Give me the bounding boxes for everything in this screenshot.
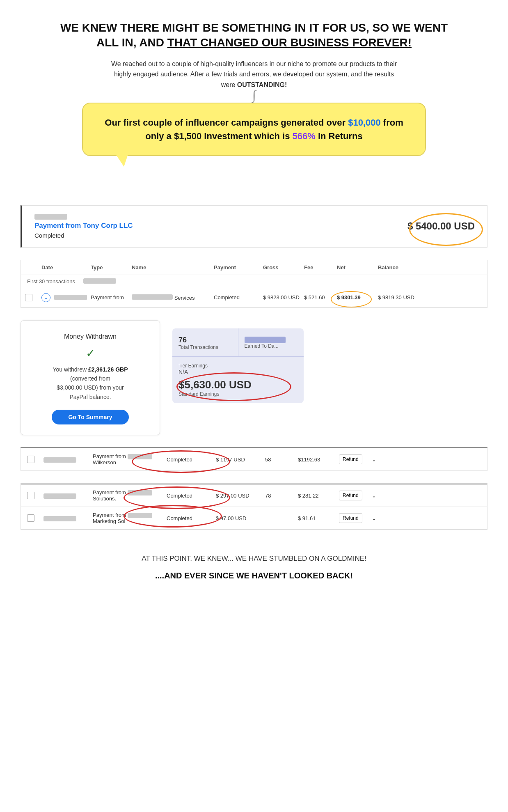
refund-2: Refund	[339, 491, 372, 500]
col-type: Type	[91, 264, 132, 271]
row-gross: $ 9823.00 USD	[263, 294, 304, 300]
standard-earnings-value: $5,630.00 USD	[178, 378, 297, 391]
row-date: ⌄	[41, 293, 91, 302]
table-row: ⌄ Payment from Services Completed $ 9823…	[21, 288, 487, 307]
refund-button-1[interactable]: Refund	[339, 454, 362, 464]
net-2: $ 281.22	[298, 493, 339, 499]
type-3: Payment from Marketing Sol	[93, 512, 167, 524]
row-status: Completed	[214, 294, 263, 300]
amount-1: $ 1197 USD	[216, 456, 265, 463]
footer-text-2: ....AND EVER SINCE WE HAVEN'T LOOKED BAC…	[49, 571, 459, 580]
net-1: $1192.63	[298, 456, 339, 463]
chevron-down-2[interactable]: ⌄	[372, 493, 384, 499]
status-1: Completed	[167, 456, 216, 463]
total-transactions-value: 76	[178, 336, 232, 344]
payment-row-wilkerson: Payment from Wilkerson Completed $ 1197 …	[21, 448, 487, 471]
refund-button-3[interactable]: Refund	[339, 513, 362, 523]
row-name: Services	[132, 294, 214, 301]
payment-row-marketing: Payment from Marketing Sol Completed $ 9…	[21, 507, 487, 530]
standard-earnings-label: Standard Earnings	[178, 391, 297, 397]
paypal-withdrawal-box: Money Withdrawn ✓ You withdrew £2,361.26…	[21, 320, 160, 436]
payment-screenshot-1: Payment from Tony Corp LLC Completed $ 5…	[21, 205, 487, 248]
blurred-subheader	[83, 278, 116, 284]
date-blurred-2	[43, 493, 76, 499]
earned-value	[245, 337, 286, 343]
chevron-down-3[interactable]: ⌄	[372, 515, 384, 521]
type-2: Payment from Solutions.	[93, 489, 167, 502]
col-name: Name	[132, 264, 214, 271]
footer-text-1: AT THIS POINT, WE KNEW... WE HAVE STUMBL…	[49, 555, 459, 563]
row-fee: $ 521.60	[304, 294, 337, 300]
speech-bubble: ∫ Our first couple of influencer campaig…	[82, 103, 426, 156]
refund-3: Refund	[339, 513, 372, 523]
go-to-summary-button[interactable]: Go To Summary	[52, 410, 128, 424]
row-type: Payment from	[91, 294, 132, 300]
date-blurred-cell	[54, 295, 87, 300]
payment-row-section-1: Payment from Wilkerson Completed $ 1197 …	[21, 447, 487, 471]
first-30-label: First 30 transactions	[27, 278, 75, 284]
date-blurred-3	[43, 516, 76, 521]
stats-top-row: 76 Total Transactions Earned To Da...	[172, 328, 304, 357]
col-net: Net	[337, 264, 378, 271]
refund-button-2[interactable]: Refund	[339, 491, 362, 500]
earned-box: Earned To Da...	[238, 328, 304, 357]
row-net: $ 9301.39	[337, 294, 378, 300]
date-blurred	[34, 214, 67, 220]
amount-3: $ 97.00 USD	[216, 515, 265, 521]
tier-value: N/A	[178, 369, 297, 375]
net-3: $ 91.61	[298, 515, 339, 521]
col-payment: Payment	[214, 264, 263, 271]
transactions-table: Date Type Name Payment Gross Fee Net Bal…	[21, 260, 487, 308]
payment-amount: $ 5400.00 USD	[407, 220, 475, 232]
payment-status: Completed	[34, 232, 133, 239]
col-balance: Balance	[378, 264, 419, 271]
checkmark-icon: ✓	[33, 346, 147, 360]
col-fee: Fee	[304, 264, 337, 271]
col-78-2: 78	[265, 493, 298, 499]
refund-1: Refund	[339, 454, 372, 464]
chevron-down-1[interactable]: ⌄	[372, 456, 384, 463]
total-transactions-label: Total Transactions	[178, 344, 232, 350]
type-1: Payment from Wilkerson	[93, 453, 167, 466]
col-58: 58	[265, 456, 298, 463]
amount-2: $ 297.00 USD	[216, 493, 265, 499]
row-checkbox[interactable]	[25, 294, 41, 301]
col-gross: Gross	[263, 264, 304, 271]
earnings-row: Tier Earnings N/A $5,630.00 USD Standard…	[172, 357, 304, 403]
affiliate-stats-box: 76 Total Transactions Earned To Da... Ti…	[172, 328, 304, 403]
payment-from-label: Payment from Tony Corp LLC	[34, 222, 133, 230]
proof-row: Money Withdrawn ✓ You withdrew £2,361.26…	[21, 320, 487, 436]
speech-bubble-container: ∫ Our first couple of influencer campaig…	[82, 103, 426, 156]
date-blurred-1	[43, 457, 76, 463]
withdrawal-body: You withdrew £2,361.26 GBP (converted fr…	[33, 365, 147, 402]
col-checkbox	[25, 264, 41, 271]
hero-section: WE KNEW THERE MIGHT BE SOMETHING IN IT F…	[0, 0, 508, 185]
row-balance: $ 9819.30 USD	[378, 294, 419, 300]
table-header: Date Type Name Payment Gross Fee Net Bal…	[21, 260, 487, 275]
hero-title: WE KNEW THERE MIGHT BE SOMETHING IN IT F…	[49, 21, 459, 50]
status-3: Completed	[167, 515, 216, 521]
withdrawal-title: Money Withdrawn	[33, 333, 147, 340]
payment-left-info: Payment from Tony Corp LLC Completed	[34, 214, 133, 239]
table-subheader: First 30 transactions	[21, 275, 487, 288]
payment-row-solutions: Payment from Solutions. Completed $ 297.…	[21, 484, 487, 507]
total-transactions-box: 76 Total Transactions	[172, 328, 238, 357]
squiggle-decoration: ∫	[252, 85, 256, 105]
earned-label: Earned To Da...	[245, 343, 298, 349]
col-date: Date	[41, 264, 91, 271]
status-2: Completed	[167, 493, 216, 499]
footer-section: AT THIS POINT, WE KNEW... WE HAVE STUMBL…	[0, 534, 508, 605]
tier-label: Tier Earnings	[178, 363, 297, 369]
chevron-icon[interactable]: ⌄	[41, 293, 50, 302]
payment-section-2: Payment from Solutions. Completed $ 297.…	[21, 484, 487, 530]
